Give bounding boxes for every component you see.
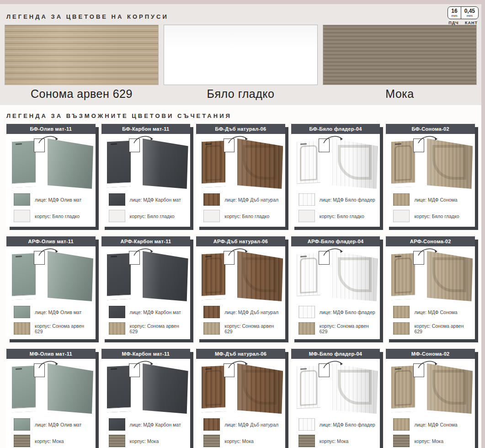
zoom-arrow-icon xyxy=(132,359,155,369)
face-legend-row: лице: МДФ Бяло фладер xyxy=(298,306,378,318)
body-color-chip xyxy=(393,210,410,222)
face-legend-row: лице: МДФ Олив мат xyxy=(14,193,93,206)
face-legend-row: лице: МДФ Карбон мат xyxy=(109,306,188,318)
door-front-small xyxy=(12,253,36,300)
face-color-chip xyxy=(109,306,125,318)
body-label: корпус: Мока xyxy=(320,438,349,444)
door-front-small xyxy=(12,366,36,413)
door-detail-large xyxy=(143,251,188,301)
combination-card: МФ-Бяло фладер-04 лице: МДФ Бяло фладер xyxy=(291,349,380,448)
face-label: лице: МДФ Карбон мат xyxy=(130,309,181,315)
door-detail-large xyxy=(48,251,93,301)
card-title: АРФ-Сонома-02 xyxy=(386,236,475,246)
door-illustration xyxy=(196,246,285,304)
body-color-chip xyxy=(393,435,410,447)
door-plinth xyxy=(107,182,131,188)
door-frame-detail-large xyxy=(243,145,277,180)
door-plinth xyxy=(12,295,36,300)
card-title: МФ-Олив мат-11 xyxy=(6,349,96,359)
door-detail-large xyxy=(332,139,378,189)
zoom-arrow-icon xyxy=(321,246,345,256)
board-thickness-unit: mm xyxy=(451,14,457,18)
card-title: АРФ-Карбон мат-11 xyxy=(101,236,191,246)
body-label: корпус: Бяло гладко xyxy=(320,213,364,219)
combination-card: АРФ-Олив мат-11 лице: МДФ Олив мат к xyxy=(6,236,96,339)
combination-card: БФ-Дъб натурал-06 лице: МДФ Дъб натурал xyxy=(196,124,285,227)
body-label: корпус: Бяло гладко xyxy=(130,213,175,219)
body-legend-row: корпус: Мока xyxy=(14,435,93,447)
door-frame-detail xyxy=(394,145,412,181)
combination-card: МФ-Сонома-02 лице: МДФ Сонома корпус xyxy=(386,349,475,448)
face-legend-row: лице: МДФ Карбон мат xyxy=(109,418,188,431)
door-frame-detail-large xyxy=(338,145,372,180)
body-legend-row: корпус: Сонома арвен 629 xyxy=(109,322,188,335)
face-color-chip xyxy=(203,193,220,206)
face-legend-row: лице: МДФ Карбон мат xyxy=(109,193,188,206)
body-label: корпус: Бяло гладко xyxy=(224,213,269,219)
door-detail-large xyxy=(237,251,283,301)
zoom-arrow-icon xyxy=(132,134,155,144)
zoom-arrow-icon xyxy=(226,134,250,144)
body-colors-title: ЛЕГЕНДА ЗА ЦВЕТОВЕ НА КОРПУСИ xyxy=(6,13,481,20)
body-legend-row: корпус: Сонома арвен 629 xyxy=(203,322,282,335)
combination-card: АРФ-Бяло фладер-04 лице: МДФ Бяло фладер xyxy=(291,236,380,339)
door-plinth xyxy=(297,182,320,188)
body-label: корпус: Мока xyxy=(35,438,64,444)
door-frame-detail xyxy=(394,370,412,406)
door-plinth xyxy=(391,407,415,413)
card-legend: лице: МДФ Бяло фладер корпус: Сонома арв… xyxy=(291,304,380,335)
card-title: МФ-Дъб натурал-06 xyxy=(196,349,285,359)
door-detail-large xyxy=(143,139,188,189)
white-smooth-swatch xyxy=(164,25,318,85)
face-label: лице: МДФ Бяло фладер xyxy=(320,422,375,427)
face-color-chip xyxy=(298,418,315,431)
body-label: корпус: Сонома арвен 629 xyxy=(35,323,93,334)
color-combinations-section: ЛЕГЕНДА ЗА ВЪЗМОЖНИТЕ ЦВЕТОВИ СЪЧЕТАНИЯ … xyxy=(0,105,485,448)
door-frame-detail xyxy=(300,370,317,406)
body-color-chip xyxy=(14,435,30,447)
swatch-sonoma-arven: Сонома арвен 629 xyxy=(5,25,159,101)
card-legend: лице: МДФ Дъб натурал корпус: Сонома арв… xyxy=(196,304,285,335)
door-frame-detail xyxy=(300,257,317,293)
zoom-arrow-icon xyxy=(321,134,345,144)
card-title: МФ-Карбон мат-11 xyxy=(101,349,191,359)
body-legend-row: корпус: Бяло гладко xyxy=(109,210,188,222)
face-label: лице: МДФ Олив мат xyxy=(35,309,81,315)
body-color-chip xyxy=(109,322,125,335)
door-front-small xyxy=(297,253,320,300)
door-plinth xyxy=(107,295,131,300)
door-detail-large xyxy=(427,363,473,414)
door-detail-large xyxy=(427,139,473,189)
card-title: МФ-Сонома-02 xyxy=(386,349,475,359)
door-frame-detail-large xyxy=(243,257,277,292)
door-illustration xyxy=(6,246,96,304)
face-color-chip xyxy=(393,306,410,318)
card-title: АРФ-Дъб натурал-06 xyxy=(196,236,285,246)
face-color-chip xyxy=(109,193,125,206)
zoom-arrow-icon xyxy=(37,359,60,369)
body-color-chip xyxy=(109,435,125,447)
body-color-chip xyxy=(109,210,125,222)
face-color-chip xyxy=(109,418,125,431)
body-legend-row: корпус: Бяло гладко xyxy=(393,210,472,222)
body-color-chip xyxy=(203,435,220,447)
zoom-arrow-icon xyxy=(226,246,250,256)
card-legend: лице: МДФ Олив мат корпус: Бяло гладко xyxy=(6,192,96,222)
combinations-row-arf: АРФ-Олив мат-11 лице: МДФ Олив мат к xyxy=(6,236,479,339)
zoom-arrow-icon xyxy=(37,246,60,256)
card-title: АРФ-Олив мат-11 xyxy=(6,236,96,246)
thickness-badge: 16 mm 0,45 mm xyxy=(448,6,479,19)
door-plinth xyxy=(12,182,36,188)
face-label: лице: МДФ Дъб натурал xyxy=(224,422,278,427)
door-detail-large xyxy=(237,363,283,414)
door-front-small xyxy=(12,141,36,188)
face-color-chip xyxy=(393,193,410,206)
combination-card: БФ-Сонома-02 лице: МДФ Сонома корпус xyxy=(386,124,475,227)
zoom-arrow-icon xyxy=(416,359,440,369)
door-plinth xyxy=(202,295,225,300)
face-legend-row: лице: МДФ Дъб натурал xyxy=(203,418,282,431)
door-frame-detail-large xyxy=(432,370,466,405)
body-legend-row: корпус: Бяло гладко xyxy=(14,210,93,222)
face-label: лице: МДФ Сонома xyxy=(414,309,457,315)
door-plinth xyxy=(107,407,131,413)
